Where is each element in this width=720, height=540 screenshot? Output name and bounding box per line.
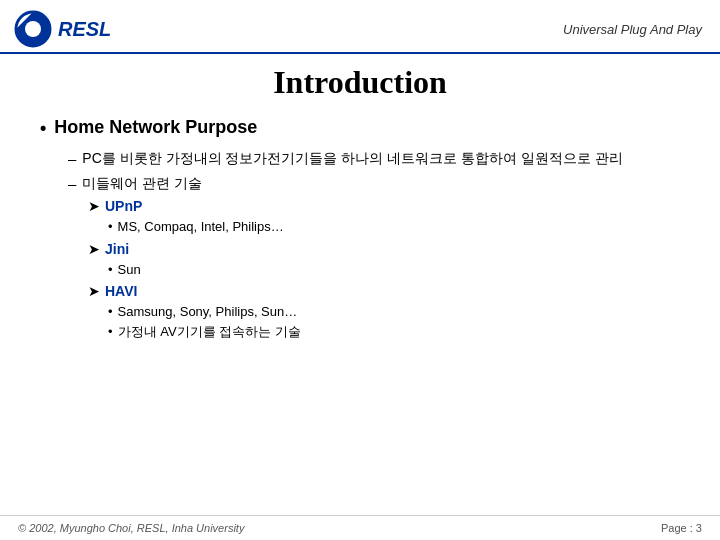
footer-page: Page : 3 (661, 522, 702, 534)
arrow-sections: ➤ UPnP • MS, Compaq, Intel, Philips… ➤ J… (88, 198, 680, 341)
header: RESL Universal Plug And Play (0, 0, 720, 54)
main-bullet-dot: • (40, 117, 46, 140)
bullet-sub-list-havi: • Samsung, Sony, Philips, Sun… • 가정내 AV기… (108, 302, 680, 341)
logo-icon (14, 10, 52, 48)
arrow-item-jini: ➤ Jini (88, 241, 680, 257)
dash-1: – (68, 148, 76, 169)
bullet-sub-list-jini: • Sun (108, 260, 680, 280)
bullet-sub-text-havi-2: 가정내 AV기기를 접속하는 기술 (118, 322, 301, 342)
arrow-item-havi: ➤ HAVI (88, 283, 680, 299)
arrow-item-upnp: ➤ UPnP (88, 198, 680, 214)
sub-item-text-1: PC를 비롯한 가정내의 정보가전기기들을 하나의 네트워크로 통합하여 일원적… (82, 148, 623, 169)
sub-item-text-2: 미들웨어 관련 기술 (82, 173, 202, 194)
footer: © 2002, Myungho Choi, RESL, Inha Univers… (0, 515, 720, 540)
bullet-sub-item-havi-2: • 가정내 AV기기를 접속하는 기술 (108, 322, 680, 342)
header-title: Universal Plug And Play (563, 22, 702, 37)
bullet-sub-item-upnp-1: • MS, Compaq, Intel, Philips… (108, 217, 680, 237)
logo-area: RESL (14, 10, 111, 48)
sub-list: – PC를 비롯한 가정내의 정보가전기기들을 하나의 네트워크로 통합하여 일… (68, 148, 680, 341)
svg-point-1 (25, 21, 41, 37)
slide-title: Introduction (40, 64, 680, 101)
arrow-label-havi: HAVI (105, 283, 137, 299)
dash-2: – (68, 173, 76, 194)
arrow-label-upnp: UPnP (105, 198, 142, 214)
sub-item-2: – 미들웨어 관련 기술 (68, 173, 680, 194)
footer-copyright: © 2002, Myungho Choi, RESL, Inha Univers… (18, 522, 244, 534)
main-bullet-text: Home Network Purpose (54, 117, 257, 138)
bullet-sub-list-upnp: • MS, Compaq, Intel, Philips… (108, 217, 680, 237)
bullet-sub-text-upnp-1: MS, Compaq, Intel, Philips… (118, 217, 284, 237)
sub-item-1: – PC를 비롯한 가정내의 정보가전기기들을 하나의 네트워크로 통합하여 일… (68, 148, 680, 169)
arrow-icon-havi: ➤ (88, 283, 100, 299)
arrow-label-jini: Jini (105, 241, 129, 257)
slide: RESL Universal Plug And Play Introductio… (0, 0, 720, 540)
content: Introduction • Home Network Purpose – PC… (0, 54, 720, 355)
bullet-sub-text-havi-1: Samsung, Sony, Philips, Sun… (118, 302, 298, 322)
arrow-icon-upnp: ➤ (88, 198, 100, 214)
bullet-sub-item-havi-1: • Samsung, Sony, Philips, Sun… (108, 302, 680, 322)
bullet-sub-text-jini-1: Sun (118, 260, 141, 280)
arrow-icon-jini: ➤ (88, 241, 100, 257)
bullet-sub-item-jini-1: • Sun (108, 260, 680, 280)
main-bullet: • Home Network Purpose (40, 117, 680, 140)
logo-text: RESL (58, 18, 111, 41)
